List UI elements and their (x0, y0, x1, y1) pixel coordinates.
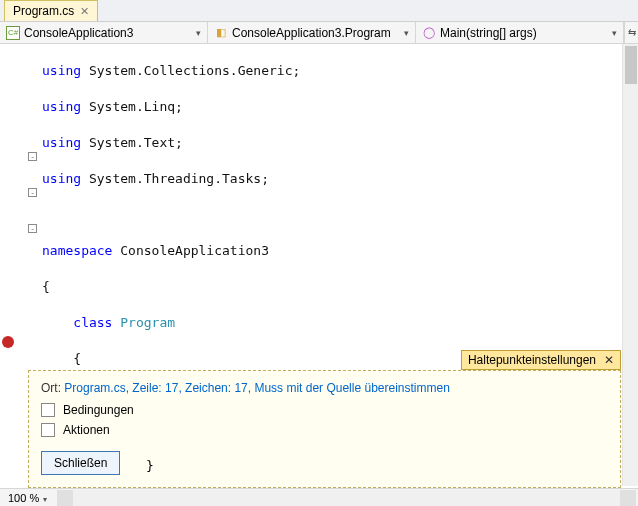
chevron-down-icon: ▾ (43, 495, 47, 504)
kw-using: using (42, 135, 81, 150)
outline-toggle-icon[interactable]: - (28, 152, 37, 161)
conditions-label: Bedingungen (63, 403, 134, 417)
vertical-scrollbar[interactable] (622, 44, 638, 486)
class-name: Program (112, 315, 175, 330)
ns-name: ConsoleApplication3 (112, 243, 269, 258)
nav-project-label: ConsoleApplication3 (24, 26, 133, 40)
brace: { (42, 279, 50, 294)
panel-title: Haltepunkteinstellungen (468, 353, 596, 367)
actions-checkbox[interactable] (41, 423, 55, 437)
tab-title: Program.cs (13, 4, 74, 18)
zoom-value: 100 % (8, 492, 39, 504)
editor-tabbar: Program.cs ✕ (0, 0, 638, 22)
code-editor[interactable]: - - - using System.Collections.Generic; … (0, 44, 638, 486)
location-link[interactable]: Program.cs, Zeile: 17, Zeichen: 17, Muss… (64, 381, 450, 395)
chevron-down-icon: ▾ (612, 28, 617, 38)
zoom-dropdown[interactable]: 100 %▾ (0, 492, 55, 504)
conditions-checkbox[interactable] (41, 403, 55, 417)
actions-label: Aktionen (63, 423, 110, 437)
nav-method-label: Main(string[] args) (440, 26, 537, 40)
nav-breadcrumb: C# ConsoleApplication3 ▾ ◧ ConsoleApplic… (0, 22, 638, 44)
chevron-down-icon: ▾ (404, 28, 409, 38)
close-icon[interactable]: ✕ (80, 5, 89, 18)
brace: } (40, 458, 154, 473)
brace: { (73, 351, 81, 366)
file-tab-program[interactable]: Program.cs ✕ (4, 0, 98, 21)
conditions-row: Bedingungen (41, 403, 608, 417)
close-icon[interactable]: ✕ (604, 353, 614, 367)
horizontal-scrollbar[interactable] (57, 490, 636, 506)
scrollbar-thumb[interactable] (625, 46, 637, 84)
ns-text: System.Threading.Tasks; (81, 171, 269, 186)
split-toggle-icon[interactable]: ⇆ (624, 22, 638, 43)
status-bar: 100 %▾ (0, 488, 638, 506)
nav-class-label: ConsoleApplication3.Program (232, 26, 391, 40)
csharp-project-icon: C# (6, 26, 20, 40)
actions-row: Aktionen (41, 423, 608, 437)
nav-method-dropdown[interactable]: ◯ Main(string[] args) ▾ (416, 22, 624, 43)
ns-text: System.Collections.Generic; (81, 63, 300, 78)
nav-class-dropdown[interactable]: ◧ ConsoleApplication3.Program ▾ (208, 22, 416, 43)
kw-using: using (42, 99, 81, 114)
kw-using: using (42, 171, 81, 186)
chevron-down-icon: ▾ (196, 28, 201, 38)
kw-namespace: namespace (42, 243, 112, 258)
breakpoint-settings-tab: Haltepunkteinstellungen ✕ (461, 350, 621, 370)
ns-text: System.Text; (81, 135, 183, 150)
outline-toggle-icon[interactable]: - (28, 188, 37, 197)
kw-class: class (73, 315, 112, 330)
outline-toggle-icon[interactable]: - (28, 224, 37, 233)
ns-text: System.Linq; (81, 99, 183, 114)
class-icon: ◧ (214, 26, 228, 40)
kw-using: using (42, 63, 81, 78)
breakpoint-icon[interactable] (2, 336, 14, 348)
location-label: Ort: (41, 381, 64, 395)
method-icon: ◯ (422, 26, 436, 40)
location-line: Ort: Program.cs, Zeile: 17, Zeichen: 17,… (41, 381, 608, 395)
